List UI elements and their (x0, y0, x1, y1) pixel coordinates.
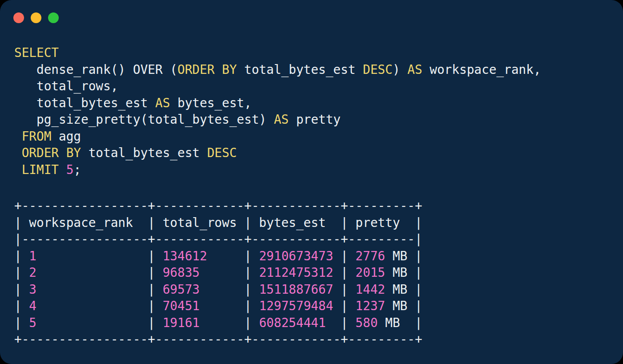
text-token: +-----------------+------------+--------… (14, 198, 422, 213)
table-line: | 4 | 70451 | 1297579484 | 1237 MB | (14, 298, 422, 315)
text-token: ) (392, 62, 407, 77)
number-token: 2910673473 (259, 249, 333, 263)
text-token: | (14, 299, 29, 313)
table-line: +-----------------+------------+--------… (14, 198, 422, 214)
code-line: LIMIT 5; (14, 162, 541, 178)
number-token: 2 (29, 265, 36, 280)
number-token: 5 (66, 162, 74, 177)
table-line: +-----------------+------------+--------… (14, 331, 422, 348)
code-line: ORDER BY total_bytes_est DESC (14, 145, 541, 162)
sql-keyword-token: ORDER BY (22, 146, 81, 160)
text-token: | (200, 299, 259, 313)
sql-keyword-token: LIMIT (22, 162, 59, 177)
text-token: total_bytes_est (237, 62, 363, 77)
number-token: 2112475312 (259, 265, 333, 280)
text-token: bytes_est, (170, 96, 251, 110)
text-token: MB | (385, 299, 422, 313)
text-token: +-----------------+------------+--------… (14, 332, 422, 347)
text-token: | (36, 315, 162, 330)
code-line: pg_size_pretty(total_bytes_est) AS prett… (14, 111, 541, 128)
number-token: 19161 (162, 315, 199, 330)
text-token: | (326, 315, 356, 330)
text-token: | (200, 265, 259, 280)
text-token: | (14, 315, 29, 330)
text-token: pg_size_pretty(total_bytes_est) (14, 112, 274, 127)
text-token: |-----------------+------------+--------… (14, 232, 422, 247)
text-token (59, 162, 66, 177)
text-token: | (333, 299, 356, 313)
number-token: 608254441 (259, 315, 326, 330)
text-token: | (14, 249, 29, 263)
sql-keyword-token: SELECT (14, 45, 59, 60)
text-token: | (333, 282, 356, 297)
text-token: | (36, 282, 162, 297)
query-result-table: +-----------------+------------+--------… (14, 198, 422, 348)
sql-keyword-token: DESC (363, 62, 392, 77)
sql-keyword-token: DESC (207, 146, 237, 160)
text-token: dense_rank() OVER ( (14, 62, 178, 77)
code-line: FROM agg (14, 128, 541, 145)
text-token: workspace_rank, (422, 62, 541, 77)
table-line: | 3 | 69573 | 1511887667 | 1442 MB | (14, 281, 422, 298)
text-token: | (207, 249, 259, 263)
text-token (14, 146, 22, 160)
window-controls (13, 12, 59, 23)
sql-keyword-token: AS (408, 62, 422, 77)
number-token: 70451 (162, 299, 199, 313)
number-token: 3 (29, 282, 36, 297)
number-token: 134612 (162, 249, 207, 263)
text-token: | (14, 282, 29, 297)
number-token: 5 (29, 315, 36, 330)
number-token: 1511887667 (259, 282, 333, 297)
sql-code-block: SELECT dense_rank() OVER (ORDER BY total… (14, 44, 541, 178)
text-token: agg (51, 129, 81, 144)
number-token: 2015 (356, 265, 385, 280)
text-token: MB | (385, 282, 422, 297)
text-token: pretty (289, 112, 341, 127)
text-token: | (36, 265, 162, 280)
text-token: | (200, 315, 259, 330)
table-line: | 5 | 19161 | 608254441 | 580 MB | (14, 315, 422, 332)
sql-keyword-token: ORDER BY (178, 62, 237, 77)
text-token: ; (73, 162, 81, 177)
text-token: | (333, 265, 356, 280)
table-line: | 1 | 134612 | 2910673473 | 2776 MB | (14, 248, 422, 265)
table-line: |-----------------+------------+--------… (14, 231, 422, 248)
number-token: 4 (29, 299, 36, 313)
text-token (14, 129, 22, 144)
text-token: total_rows, (14, 79, 118, 93)
text-token: MB | (385, 265, 422, 280)
text-token: | (200, 282, 259, 297)
number-token: 96835 (162, 265, 199, 280)
text-token: total_bytes_est (14, 96, 155, 110)
number-token: 2776 (356, 249, 385, 263)
code-line: dense_rank() OVER (ORDER BY total_bytes_… (14, 61, 541, 78)
number-token: 1 (29, 249, 36, 263)
text-token (14, 162, 22, 177)
table-line: | workspace_rank | total_rows | bytes_es… (14, 214, 422, 231)
minimize-window-button[interactable] (31, 12, 41, 23)
text-token: | (333, 249, 356, 263)
text-token: MB | (385, 249, 422, 263)
number-token: 1442 (356, 282, 385, 297)
sql-keyword-token: FROM (22, 129, 52, 144)
text-token: | (14, 265, 29, 280)
code-line: total_rows, (14, 78, 541, 95)
text-token: | (36, 249, 162, 263)
number-token: 580 (356, 315, 378, 330)
table-line: | 2 | 96835 | 2112475312 | 2015 MB | (14, 264, 422, 281)
sql-keyword-token: AS (155, 96, 170, 110)
number-token: 69573 (162, 282, 199, 297)
text-token: | workspace_rank | total_rows | bytes_es… (14, 215, 422, 230)
code-line: SELECT (14, 44, 541, 61)
sql-keyword-token: AS (274, 112, 288, 127)
text-token: MB | (378, 315, 422, 330)
number-token: 1297579484 (259, 299, 333, 313)
text-token: total_bytes_est (81, 146, 207, 160)
text-token: | (36, 299, 162, 313)
code-line: total_bytes_est AS bytes_est, (14, 95, 541, 112)
close-window-button[interactable] (13, 12, 24, 23)
terminal-window: SELECT dense_rank() OVER (ORDER BY total… (0, 0, 623, 364)
zoom-window-button[interactable] (48, 12, 59, 23)
number-token: 1237 (356, 299, 385, 313)
